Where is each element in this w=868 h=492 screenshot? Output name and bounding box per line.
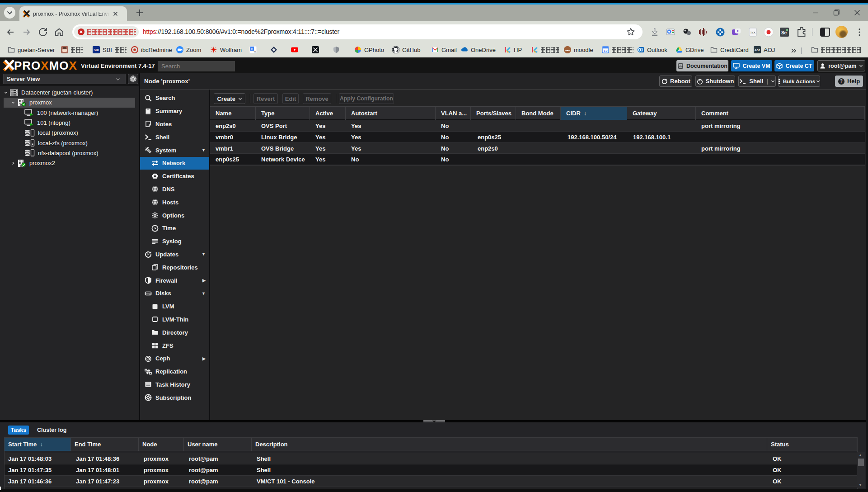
svg-text:Se: Se — [781, 30, 787, 35]
svg-text:12: 12 — [604, 49, 608, 53]
svg-text:SBI: SBI — [94, 48, 99, 52]
svg-text:w: w — [253, 50, 256, 53]
svg-text:B: B — [251, 47, 253, 51]
svg-text:TeX: TeX — [750, 31, 755, 34]
svg-text:AOJ: AOJ — [755, 49, 760, 52]
